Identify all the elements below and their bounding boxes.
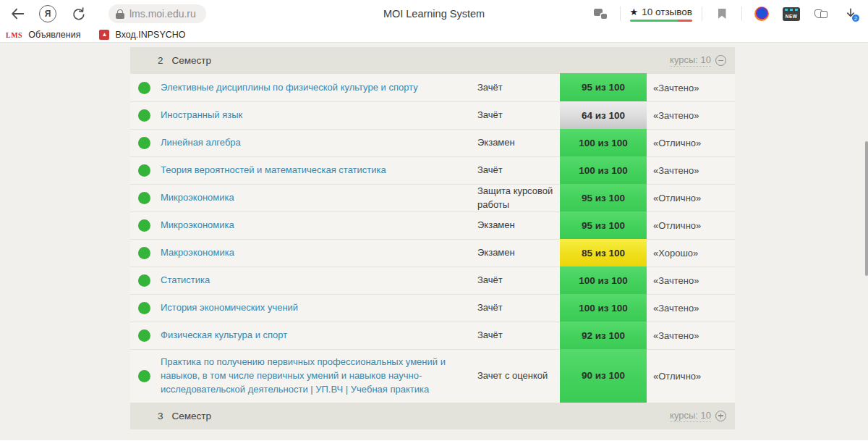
- assessment-type: Зачёт: [477, 164, 560, 177]
- yandex-home-button[interactable]: Я: [38, 4, 58, 24]
- address-bar[interactable]: lms.moi.edu.ru: [109, 4, 206, 23]
- assessment-type: Зачёт: [477, 274, 560, 287]
- course-row: Элективные дисциплины по физической куль…: [130, 74, 735, 101]
- semester-number: 3: [158, 411, 163, 421]
- course-row: Линейная алгебра Экзамен 100 из 100 «Отл…: [130, 129, 735, 156]
- course-link[interactable]: История экономических учений: [161, 302, 298, 313]
- collapse-minus-icon: [715, 55, 726, 66]
- assessment-type: Защита курсовой работы: [477, 185, 560, 211]
- status-dot-icon: [138, 109, 150, 122]
- toolbar-divider: [620, 7, 621, 21]
- course-row: Статистика Зачёт 100 из 100 «Зачтено»: [130, 266, 735, 294]
- bookmark-item-announcements[interactable]: LMS Объявления: [6, 30, 80, 40]
- score-badge: 92 из 100: [560, 322, 647, 349]
- grade-text: «Отлично»: [647, 220, 735, 231]
- bookmark-flag-icon: [718, 9, 726, 19]
- downloads-button[interactable]: 2: [841, 4, 861, 24]
- score-cell: 100 из 100: [560, 156, 647, 184]
- course-link[interactable]: Элективные дисциплины по физической куль…: [161, 82, 418, 93]
- messenger-button[interactable]: [590, 4, 610, 24]
- status-dot-icon: [138, 370, 150, 382]
- course-status: [130, 370, 161, 382]
- course-link[interactable]: Практика по получению первичных професси…: [161, 356, 446, 395]
- course-link[interactable]: Теория вероятностей и математическая ста…: [161, 164, 386, 175]
- vertical-scrollbar[interactable]: [865, 141, 868, 276]
- extension-button[interactable]: [752, 4, 772, 24]
- expand-plus-icon: [715, 411, 726, 421]
- ssl-lock-icon: [116, 9, 124, 19]
- course-link[interactable]: Микроэкономика: [161, 192, 234, 203]
- score-cell: 90 из 100: [560, 349, 647, 403]
- course-status: [130, 329, 161, 342]
- new-releases-button[interactable]: NEW: [781, 4, 801, 24]
- assessment-type: Зачет с оценкой: [477, 369, 560, 382]
- collapse-semester-control[interactable]: курсы: 10: [670, 54, 726, 67]
- course-link[interactable]: Микроэкономика: [161, 219, 234, 230]
- score-badge: 95 из 100: [560, 211, 647, 239]
- score-badge: 100 из 100: [560, 266, 647, 294]
- assessment-type: Зачёт: [477, 329, 560, 342]
- assessment-type: Зачёт: [477, 81, 560, 94]
- download-badge: 2: [851, 14, 860, 22]
- toolbar-divider: [741, 7, 742, 21]
- gradebook-table: 2 Семестр курсы: 10 Элективные дисциплин…: [130, 47, 735, 429]
- course-row: Микроэкономика Защита курсовой работы 95…: [130, 184, 735, 211]
- courses-count-link: курсы: 10: [670, 54, 711, 67]
- grade-text: «Отлично»: [647, 138, 735, 148]
- status-dot-icon: [138, 302, 150, 314]
- new-releases-icon: NEW: [783, 7, 800, 21]
- browser-toolbar: Я lms.moi.edu.ru MOI Learning System ★ 1…: [0, 0, 868, 28]
- chat-icon: [594, 9, 607, 20]
- course-name-cell: Элективные дисциплины по физической куль…: [161, 75, 477, 101]
- page-content: 2 Семестр курсы: 10 Элективные дисциплин…: [0, 43, 868, 440]
- score-cell: 95 из 100: [560, 211, 647, 239]
- course-link[interactable]: Макроэкономика: [161, 247, 234, 258]
- course-status: [130, 137, 161, 149]
- bookmark-label: Вход.INPSYCHO: [115, 30, 185, 40]
- course-link[interactable]: Иностранный язык: [161, 109, 242, 120]
- course-row: Практика по получению первичных професси…: [130, 349, 735, 403]
- course-row: Иностранный язык Зачёт 64 из 100 «Зачтен…: [130, 101, 735, 129]
- semester-header: 2 Семестр курсы: 10: [130, 47, 735, 74]
- inpsycho-favicon: ▲: [99, 30, 109, 40]
- course-status: [130, 109, 161, 122]
- score-cell: 100 из 100: [560, 129, 647, 156]
- grade-text: «Отлично»: [647, 371, 735, 382]
- course-status: [130, 302, 161, 314]
- status-dot-icon: [138, 137, 150, 149]
- assessment-type: Зачёт: [477, 109, 560, 122]
- toolbar-divider: [702, 7, 702, 21]
- course-name-cell: Теория вероятностей и математическая ста…: [161, 158, 477, 183]
- yandex-logo-icon: Я: [39, 5, 56, 22]
- status-dot-icon: [138, 329, 150, 342]
- bookmark-button[interactable]: [712, 4, 732, 24]
- score-cell: 100 из 100: [560, 266, 647, 294]
- score-cell: 100 из 100: [560, 294, 647, 322]
- url-text: lms.moi.edu.ru: [129, 8, 196, 20]
- semester-number: 2: [158, 55, 163, 66]
- course-status: [130, 82, 161, 94]
- back-button[interactable]: [7, 4, 27, 24]
- site-reviews-button[interactable]: ★ 10 отзывов: [630, 7, 692, 22]
- course-row: Макроэкономика Экзамен 85 из 100 «Хорошо…: [130, 239, 735, 266]
- course-link[interactable]: Линейная алгебра: [161, 137, 241, 148]
- grade-text: «Зачтено»: [647, 165, 735, 176]
- grade-text: «Зачтено»: [647, 275, 735, 286]
- expand-semester-control[interactable]: курсы: 10: [670, 410, 726, 422]
- course-link[interactable]: Физическая культура и спорт: [161, 329, 287, 340]
- bookmark-item-inpsycho[interactable]: ▲ Вход.INPSYCHO: [99, 30, 185, 40]
- score-cell: 64 из 100: [560, 101, 647, 129]
- extension-circle-icon: [754, 7, 769, 21]
- score-badge: 95 из 100: [560, 184, 647, 211]
- score-cell: 95 из 100: [560, 73, 647, 101]
- score-badge: 85 из 100: [560, 239, 647, 266]
- course-status: [130, 192, 161, 204]
- score-badge: 64 из 100: [560, 101, 647, 129]
- refresh-button[interactable]: [68, 4, 88, 24]
- collections-button[interactable]: [811, 4, 831, 24]
- course-status: [130, 219, 161, 232]
- course-link[interactable]: Статистика: [161, 274, 210, 285]
- score-cell: 92 из 100: [560, 322, 647, 349]
- course-row: Микроэкономика Экзамен 95 из 100 «Отличн…: [130, 211, 735, 239]
- course-row: Физическая культура и спорт Зачёт 92 из …: [130, 322, 735, 349]
